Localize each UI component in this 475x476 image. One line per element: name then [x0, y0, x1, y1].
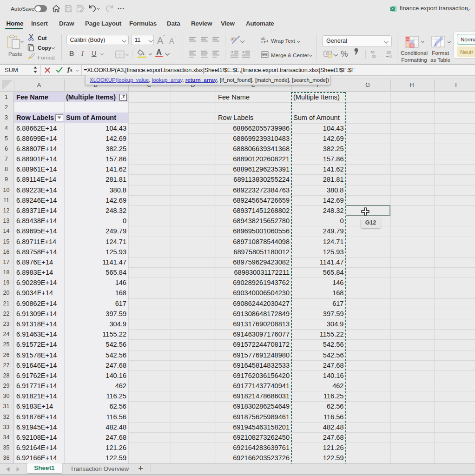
svg-text:c: c	[261, 40, 263, 43]
svg-text:00: 00	[372, 54, 376, 58]
svg-text:0: 0	[389, 54, 392, 58]
